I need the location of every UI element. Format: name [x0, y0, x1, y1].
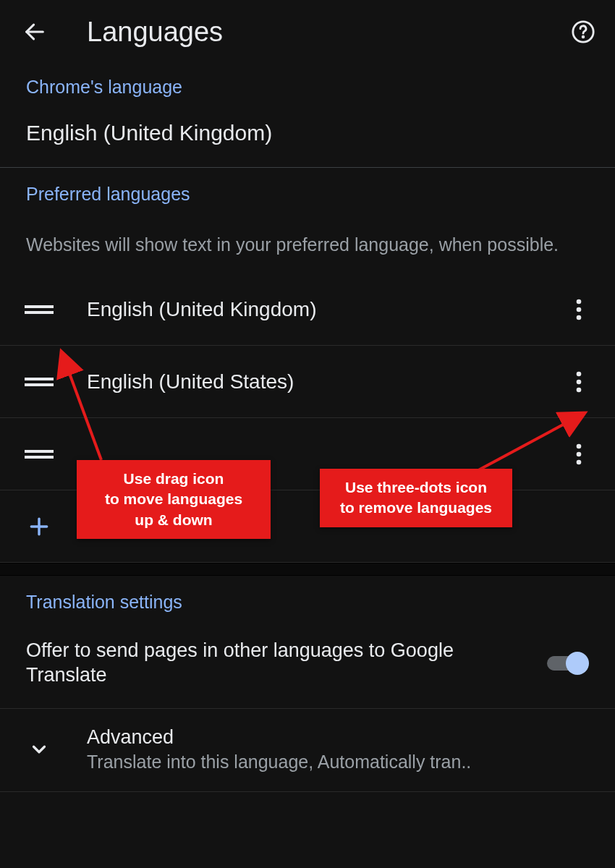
svg-point-2 [582, 36, 584, 38]
svg-point-7 [577, 315, 582, 320]
svg-rect-9 [25, 383, 54, 386]
annotation-drag-callout: Use drag icon to move languages up & dow… [77, 460, 271, 539]
back-button[interactable] [17, 14, 52, 49]
translate-offer-toggle[interactable] [547, 652, 589, 675]
svg-point-10 [577, 371, 582, 376]
svg-rect-8 [25, 378, 54, 380]
language-row: English (United Kingdom) [0, 273, 615, 346]
advanced-row[interactable]: Advanced Translate into this language, A… [0, 709, 615, 792]
translate-offer-row: Offer to send pages in other languages t… [0, 620, 615, 709]
svg-line-21 [470, 418, 575, 475]
section-heading-chrome-language: Chrome's language [0, 67, 615, 105]
language-name: English (United Kingdom) [87, 298, 563, 321]
more-options-button[interactable] [563, 294, 595, 326]
translate-offer-label: Offer to send pages in other languages t… [26, 639, 547, 688]
chevron-down-icon [17, 739, 61, 760]
language-name: English (United States) [87, 370, 563, 393]
advanced-title: Advanced [87, 726, 589, 749]
svg-rect-4 [25, 311, 54, 314]
annotation-arrow [51, 354, 137, 470]
page-title: Languages [87, 17, 569, 48]
section-gap [0, 563, 615, 576]
svg-rect-13 [25, 450, 54, 453]
preferred-description: Websites will show text in your preferre… [0, 212, 615, 273]
section-heading-translation: Translation settings [0, 576, 615, 620]
help-button[interactable] [569, 17, 598, 46]
svg-rect-14 [25, 456, 54, 459]
drag-handle-icon[interactable] [17, 303, 61, 316]
section-heading-preferred: Preferred languages [0, 168, 615, 212]
svg-point-5 [577, 299, 582, 304]
svg-point-6 [577, 307, 582, 312]
more-options-button[interactable] [563, 366, 595, 398]
chrome-language-value[interactable]: English (United Kingdom) [0, 105, 615, 167]
svg-line-20 [65, 362, 101, 460]
advanced-subtitle: Translate into this language, Automatica… [87, 752, 564, 773]
plus-icon [17, 515, 61, 538]
annotation-dots-callout: Use three-dots icon to remove languages [320, 469, 512, 527]
svg-point-11 [577, 379, 582, 384]
svg-point-12 [577, 387, 582, 392]
svg-rect-3 [25, 305, 54, 308]
